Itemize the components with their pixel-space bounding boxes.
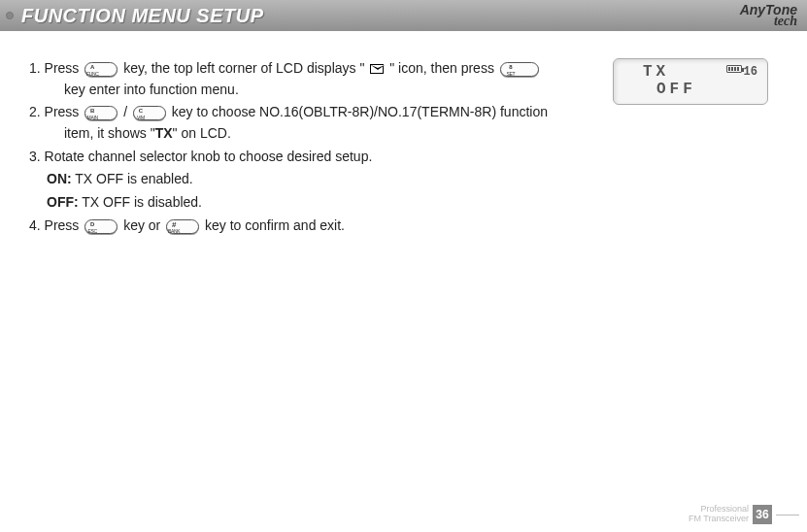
lcd-panel: 16 TX OFF	[613, 58, 768, 105]
step-1: 1. Press AFUNC key, the top left corner …	[29, 58, 593, 100]
text: 4. Press	[29, 217, 83, 233]
content: 1. Press AFUNC key, the top left corner …	[0, 31, 807, 239]
key-c-vm: CV/M	[133, 106, 166, 120]
step-3-on: ON: TX OFF is enabled.	[29, 169, 593, 190]
footer: Professional FM Transceiver 36	[689, 505, 799, 524]
text: 1. Press	[29, 60, 83, 76]
mail-icon	[370, 64, 384, 74]
page-title: FUNCTION MENU SETUP	[21, 5, 264, 27]
brand-sub: tech	[774, 14, 797, 29]
text: key to confirm and exit.	[205, 217, 345, 233]
brand: AnyTone tech	[727, 2, 797, 29]
step-3: 3. Rotate channel selector knob to choos…	[29, 147, 593, 168]
step-4: 4. Press DESC key or #BANK key to confir…	[29, 216, 593, 237]
text: " icon, then press	[389, 60, 498, 76]
battery-icon	[726, 65, 742, 73]
text: item, it shows "TX" on LCD.	[47, 123, 593, 145]
lcd-line-2: OFF	[622, 81, 759, 98]
step-2: 2. Press BMAIN / CV/M key to choose NO.1…	[29, 102, 593, 144]
footer-line	[776, 515, 799, 515]
key-8-set: 8SET	[500, 62, 539, 77]
footer-text: Professional FM Transceiver	[689, 505, 749, 524]
text: key, the top left corner of LCD displays…	[123, 60, 368, 76]
header-bar: FUNCTION MENU SETUP AnyTone tech	[0, 0, 807, 31]
text: key to choose NO.16(OBLTR-8R)/NO.17(TERM…	[172, 104, 548, 119]
bullet-icon	[6, 12, 14, 19]
text: key enter into function menu.	[47, 80, 593, 101]
key-hash-bank: #BANK	[166, 219, 199, 234]
instructions: 1. Press AFUNC key, the top left corner …	[29, 58, 593, 239]
lcd-number: 16	[744, 65, 757, 79]
text: /	[123, 104, 131, 119]
text: 2. Press	[29, 104, 83, 119]
page-number: 36	[753, 505, 772, 524]
key-b-main: BMAIN	[84, 106, 118, 120]
key-d-esc: DESC	[84, 219, 118, 234]
key-a-func: AFUNC	[84, 62, 118, 77]
step-3-off: OFF: TX OFF is disabled.	[29, 192, 593, 214]
text: key or	[123, 217, 164, 233]
